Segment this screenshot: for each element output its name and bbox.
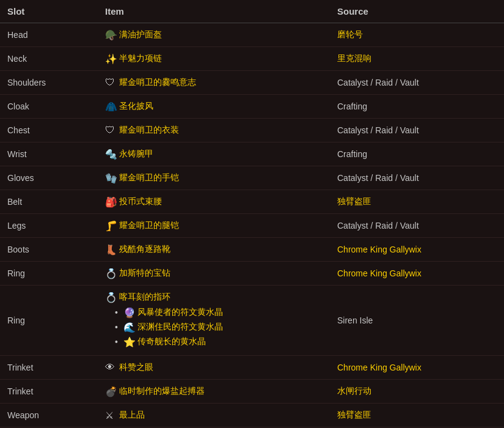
source-cell: 独臂盗匪	[330, 404, 504, 427]
sub-item-icon: 🔮	[123, 307, 134, 318]
table-row: Trinket👁科赞之眼Chrome King Gallywix	[0, 356, 504, 380]
item-name[interactable]: 永铸腕甲	[119, 149, 153, 160]
source-cell: Chrome King Gallywix	[330, 356, 504, 380]
slot-label: Chest	[0, 119, 98, 142]
table-row: Chest🛡耀金哨卫的衣装Catalyst / Raid / Vault	[0, 119, 504, 142]
bullet-icon: •	[115, 308, 118, 317]
bullet-icon: •	[115, 322, 118, 332]
item-cell: 🛡耀金哨卫的爨鸣意志	[98, 71, 330, 95]
item-cell: 🛡耀金哨卫的衣装	[98, 119, 330, 142]
slot-label: Neck	[0, 47, 98, 71]
item-name[interactable]: 临时制作的爆盐起搏器	[119, 386, 205, 397]
table-row: Ring💍喀耳刻的指环•🔮风暴使者的符文黄水晶•🌊深渊住民的符文黄水晶•⭐传奇舰…	[0, 286, 504, 356]
sub-item-name[interactable]: 风暴使者的符文黄水晶	[137, 307, 223, 318]
item-name[interactable]: 满油护面盔	[119, 29, 162, 40]
item-icon: 🛡	[105, 77, 116, 88]
item-name[interactable]: 科赞之眼	[119, 362, 153, 373]
item-row: 🧥圣化披风	[105, 101, 323, 112]
table-row: Head🪖满油护面盔磨轮号	[0, 23, 504, 47]
slot-label: Weapon	[0, 404, 98, 427]
table-row: Weapon⚔最上品独臂盗匪	[0, 404, 504, 427]
item-row: ✨半魅力项链	[105, 53, 323, 64]
sub-item-name[interactable]: 传奇舰长的黄水晶	[137, 336, 206, 347]
item-icon: 🪖	[105, 29, 116, 40]
item-name[interactable]: 投币式束腰	[119, 196, 162, 207]
source-cell: Siren Isle	[330, 286, 504, 356]
table-row: Boots👢残酷角逐路靴Chrome King Gallywix	[0, 238, 504, 262]
source-cell: Crafting	[330, 142, 504, 166]
sub-item-name[interactable]: 深渊住民的符文黄水晶	[137, 322, 223, 333]
item-row: 🛡耀金哨卫的爨鸣意志	[105, 77, 323, 88]
table-row: Gloves🧤耀金哨卫的手铠Catalyst / Raid / Vault	[0, 166, 504, 190]
table-row: Ring💍加斯特的宝钻Chrome King Gallywix	[0, 262, 504, 286]
table-row: Legs🦵耀金哨卫的腿铠Catalyst / Raid / Vault	[0, 214, 504, 238]
item-row: 🔩永铸腕甲	[105, 149, 323, 160]
item-icon: 💍	[105, 292, 116, 303]
sub-items-list: •🔮风暴使者的符文黄水晶•🌊深渊住民的符文黄水晶•⭐传奇舰长的黄水晶	[105, 305, 323, 349]
source-cell: Chrome King Gallywix	[330, 238, 504, 262]
item-icon: 👁	[105, 362, 116, 373]
list-item: •🔮风暴使者的符文黄水晶	[105, 305, 323, 320]
item-name[interactable]: 耀金哨卫的手铠	[119, 172, 179, 183]
source-cell: 水闸行动	[330, 380, 504, 404]
source-cell: Crafting	[330, 95, 504, 119]
item-cell: 👢残酷角逐路靴	[98, 238, 330, 262]
item-row: ⚔最上品	[105, 410, 323, 421]
slot-label: Belt	[0, 190, 98, 214]
list-item: •⭐传奇舰长的黄水晶	[105, 334, 323, 349]
item-cell: 🧤耀金哨卫的手铠	[98, 166, 330, 190]
item-icon: 👢	[105, 244, 116, 255]
item-name[interactable]: 圣化披风	[119, 101, 153, 112]
source-cell: Catalyst / Raid / Vault	[330, 214, 504, 238]
source-cell: Catalyst / Raid / Vault	[330, 119, 504, 142]
table-row: Neck✨半魅力项链里克混响	[0, 47, 504, 71]
slot-label: Trinket	[0, 380, 98, 404]
item-cell: 🦵耀金哨卫的腿铠	[98, 214, 330, 238]
item-cell: 💍喀耳刻的指环•🔮风暴使者的符文黄水晶•🌊深渊住民的符文黄水晶•⭐传奇舰长的黄水…	[98, 286, 330, 356]
source-cell: 磨轮号	[330, 23, 504, 47]
main-item-row: 💍喀耳刻的指环	[105, 292, 323, 303]
table-row: Cloak🧥圣化披风Crafting	[0, 95, 504, 119]
item-cell: 🎒投币式束腰	[98, 190, 330, 214]
table-header-row: Slot Item Source	[0, 0, 504, 23]
item-row: 🎒投币式束腰	[105, 196, 323, 207]
item-row: 💣临时制作的爆盐起搏器	[105, 386, 323, 397]
item-name[interactable]: 最上品	[119, 410, 145, 421]
source-cell: Catalyst / Raid / Vault	[330, 71, 504, 95]
item-row: 👁科赞之眼	[105, 362, 323, 373]
item-row: 🧤耀金哨卫的手铠	[105, 172, 323, 183]
source-cell: 独臂盗匪	[330, 190, 504, 214]
item-icon: 🦵	[105, 220, 116, 231]
source-cell: Chrome King Gallywix	[330, 262, 504, 286]
sub-item-icon: ⭐	[123, 336, 134, 347]
item-icon: 🧤	[105, 172, 116, 183]
slot-label: Shoulders	[0, 71, 98, 95]
bullet-icon: •	[115, 337, 118, 347]
item-icon: 🎒	[105, 196, 116, 207]
slot-label: Wrist	[0, 142, 98, 166]
item-row: 🪖满油护面盔	[105, 29, 323, 40]
slot-label: Ring	[0, 286, 98, 356]
item-cell: 🪖满油护面盔	[98, 23, 330, 47]
item-icon: 🛡	[105, 125, 116, 136]
item-name[interactable]: 喀耳刻的指环	[119, 292, 170, 303]
item-name[interactable]: 耀金哨卫的腿铠	[119, 220, 179, 231]
item-name[interactable]: 半魅力项链	[119, 53, 162, 64]
slot-label: Gloves	[0, 166, 98, 190]
header-slot: Slot	[0, 0, 98, 23]
item-cell: 💣临时制作的爆盐起搏器	[98, 380, 330, 404]
source-cell: Catalyst / Raid / Vault	[330, 166, 504, 190]
header-source: Source	[330, 0, 504, 23]
gear-table: Slot Item Source Head🪖满油护面盔磨轮号Neck✨半魅力项链…	[0, 0, 504, 427]
item-name[interactable]: 耀金哨卫的爨鸣意志	[119, 77, 196, 88]
item-cell: ✨半魅力项链	[98, 47, 330, 71]
item-name[interactable]: 耀金哨卫的衣装	[119, 125, 179, 136]
table-row: Shoulders🛡耀金哨卫的爨鸣意志Catalyst / Raid / Vau…	[0, 71, 504, 95]
item-name[interactable]: 加斯特的宝钻	[119, 268, 170, 279]
item-icon: 💣	[105, 386, 116, 397]
item-icon: 💍	[105, 268, 116, 279]
item-row: 🦵耀金哨卫的腿铠	[105, 220, 323, 231]
table-row: Trinket💣临时制作的爆盐起搏器水闸行动	[0, 380, 504, 404]
item-icon: ⚔	[105, 410, 116, 421]
item-name[interactable]: 残酷角逐路靴	[119, 244, 170, 255]
